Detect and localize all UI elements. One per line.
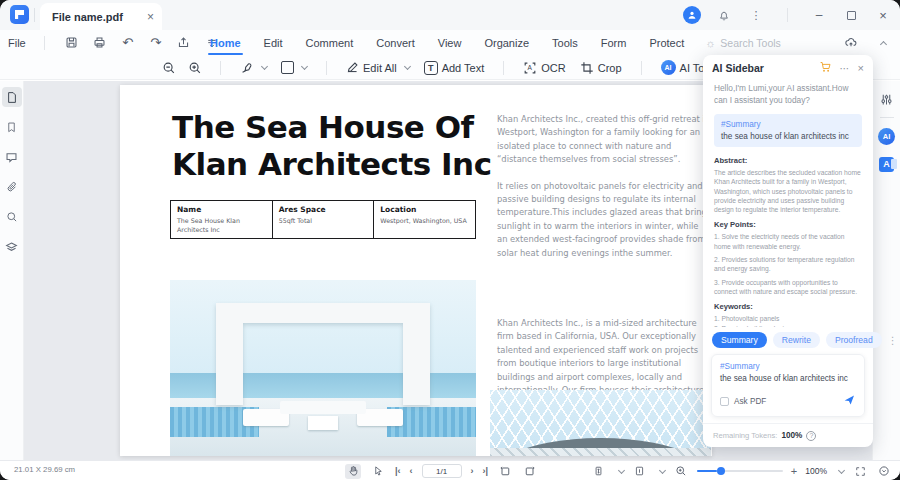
zoom-tool-icon[interactable] <box>673 464 689 479</box>
zoom-in-icon[interactable] <box>186 59 204 77</box>
tokens-help-icon[interactable]: ? <box>806 431 816 441</box>
menu-protect[interactable]: Protect <box>647 34 686 52</box>
add-text-label: Add Text <box>442 62 485 74</box>
ai-sidebar-icon[interactable]: AI <box>877 126 897 146</box>
collapse-ribbon-icon[interactable] <box>872 34 890 52</box>
lattice-dome-photo <box>490 390 711 456</box>
tokens-value: 100% <box>781 431 802 440</box>
page-indicator-input[interactable]: 1/1 <box>422 464 462 478</box>
document-title: The Sea House Of Klan Architects Inc <box>172 109 492 183</box>
assistant-greeting: Hello,I'm Lumi,your AI assistant.How can… <box>714 83 862 106</box>
menu-form[interactable]: Form <box>599 34 629 52</box>
rotate-right-icon[interactable] <box>522 464 538 479</box>
save-icon[interactable] <box>63 34 81 52</box>
scroll-mode-chevron-icon[interactable] <box>618 466 625 473</box>
zoom-level-chevron-icon[interactable] <box>838 466 845 473</box>
cloud-upload-icon[interactable] <box>842 34 860 52</box>
scroll-mode-icon[interactable] <box>591 464 607 479</box>
title-bar: File name.pdf × ⋮ – × <box>0 0 900 30</box>
zoom-slider[interactable] <box>697 470 783 472</box>
ask-input-card[interactable]: #Summary the sea house of klan architect… <box>711 354 865 417</box>
ask-pdf-checkbox[interactable] <box>720 397 729 406</box>
close-window-button[interactable]: × <box>874 6 892 24</box>
properties-sliders-icon[interactable] <box>877 89 897 109</box>
user-avatar[interactable] <box>683 6 701 24</box>
crop-button[interactable]: Crop <box>577 59 625 77</box>
tab-summary[interactable]: Summary <box>712 332 767 348</box>
zoom-out-icon[interactable] <box>160 59 178 77</box>
menu-view[interactable]: View <box>436 34 464 52</box>
first-page-button[interactable]: |‹ <box>395 466 401 476</box>
minimize-button[interactable]: – <box>810 6 828 24</box>
search-panel-icon[interactable] <box>2 207 22 227</box>
print-icon[interactable] <box>91 34 109 52</box>
ocr-button[interactable]: A OCR <box>520 59 568 77</box>
tabs-kebab-icon[interactable]: ⋮ <box>888 335 899 346</box>
pdf-page[interactable]: The Sea House Of Klan Architects Inc Nam… <box>120 85 712 456</box>
collapse-statusbar-icon[interactable] <box>876 464 892 479</box>
table-value-name: The Sea House Klan Architects Inc <box>177 217 266 234</box>
maximize-button[interactable] <box>842 6 860 24</box>
comments-panel-icon[interactable] <box>2 147 22 167</box>
tab-title: File name.pdf <box>52 11 147 23</box>
add-text-button[interactable]: T Add Text <box>421 59 488 77</box>
summary-chip-tag: #Summary <box>721 120 855 129</box>
tab-rewrite[interactable]: Rewrite <box>773 332 820 348</box>
menu-edit[interactable]: Edit <box>262 34 285 52</box>
tab-proofread[interactable]: Proofread <box>826 332 882 348</box>
hand-pan-tool-icon[interactable] <box>345 464 361 479</box>
menu-tools[interactable]: Tools <box>550 34 580 52</box>
summary-chip[interactable]: #Summary the sea house of klan architect… <box>714 114 862 147</box>
zoom-in-step-button[interactable]: + <box>791 465 797 477</box>
previous-page-button[interactable]: ‹ <box>410 466 413 476</box>
panel-close-icon[interactable]: × <box>858 62 864 74</box>
bookmarks-panel-icon[interactable] <box>2 117 22 137</box>
rotate-left-icon[interactable] <box>497 464 513 479</box>
ai-sidebar-panel: AI Sidebar ⋯ × Hello,I'm Lumi,your AI as… <box>703 55 873 447</box>
send-icon[interactable] <box>843 392 856 410</box>
shape-tool[interactable] <box>278 59 310 76</box>
cart-icon[interactable] <box>819 59 832 77</box>
notifications-bell-icon[interactable] <box>715 6 733 24</box>
table-value-location: Westport, Washington, USA <box>380 217 469 226</box>
key-point-1: 1. Solve the electricity needs of the va… <box>714 232 862 251</box>
tab-divider <box>34 8 35 22</box>
table-header-name: Name <box>177 205 266 214</box>
right-panel-rail: AI A <box>872 81 900 460</box>
menu-organize[interactable]: Organize <box>482 34 531 52</box>
input-chip-tag: #Summary <box>720 362 856 371</box>
zoom-level-value[interactable]: 100% <box>805 466 827 476</box>
last-page-button[interactable]: ›| <box>483 466 489 476</box>
panel-more-icon[interactable]: ⋯ <box>840 63 850 74</box>
page-dimensions: 21.01 X 29.69 cm <box>14 465 75 474</box>
menu-comment[interactable]: Comment <box>304 34 356 52</box>
file-menu[interactable]: File <box>8 37 26 49</box>
keyword-1: 1. Photovoltaic panels <box>714 314 862 323</box>
fit-page-chevron-icon[interactable] <box>659 466 666 473</box>
input-chip-text: the sea house of klan architects inc <box>720 374 856 383</box>
next-page-button[interactable]: › <box>471 466 474 476</box>
undo-icon[interactable]: ↶ <box>119 34 137 52</box>
highlighter-tool[interactable] <box>237 59 270 77</box>
fit-page-icon[interactable] <box>632 464 648 479</box>
share-icon[interactable] <box>175 34 193 52</box>
document-tab[interactable]: File name.pdf × <box>40 3 162 30</box>
translate-icon[interactable]: A <box>877 154 897 174</box>
layers-panel-icon[interactable] <box>2 237 22 257</box>
more-options-kebab-icon[interactable]: ⋮ <box>747 6 765 24</box>
table-header-area: Ares Space <box>279 205 368 214</box>
main-menu: Home Edit Comment Convert View Organize … <box>208 30 781 55</box>
zoom-slider-thumb[interactable] <box>717 467 725 475</box>
attachments-panel-icon[interactable] <box>2 177 22 197</box>
ai-sidebar-title: AI Sidebar <box>712 62 811 74</box>
fullscreen-icon[interactable] <box>852 464 868 479</box>
menu-convert[interactable]: Convert <box>374 34 417 52</box>
edit-all-button[interactable]: Edit All <box>343 59 413 76</box>
tab-close-icon[interactable]: × <box>147 10 154 24</box>
search-tools[interactable]: ☼ Search Tools <box>705 37 781 49</box>
key-points-label: Key Points: <box>714 220 862 229</box>
menu-home[interactable]: Home <box>208 34 243 52</box>
thumbnails-panel-icon[interactable] <box>2 87 22 107</box>
select-cursor-icon[interactable] <box>370 464 386 479</box>
redo-icon[interactable]: ↷ <box>147 34 165 52</box>
